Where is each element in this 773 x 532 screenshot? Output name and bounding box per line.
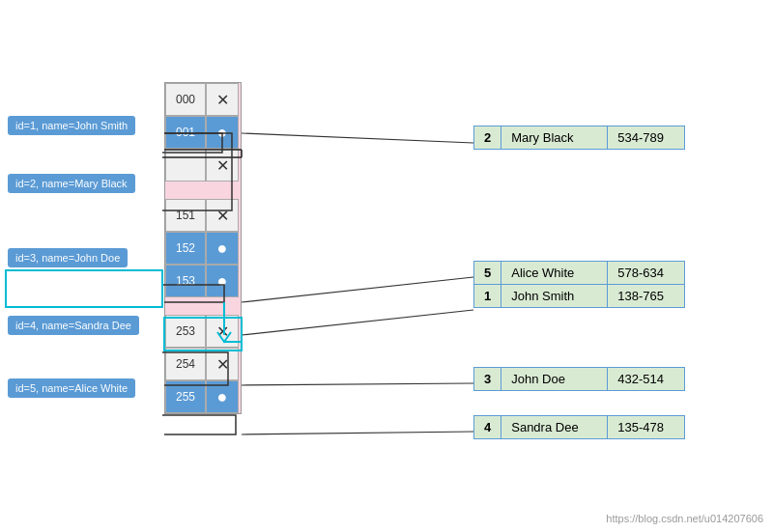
bucket-index-253: 253 — [165, 315, 206, 348]
result-phone-john-doe: 432-514 — [608, 368, 685, 391]
bucket-indicator-255: ● — [206, 380, 239, 413]
result-table-2: 5 Alice White 578-634 1 John Smith 138-7… — [473, 261, 685, 308]
result-row-alice: 5 Alice White 578-634 — [474, 262, 685, 285]
result-id-4: 4 — [474, 416, 501, 439]
svg-rect-10 — [6, 270, 162, 307]
result-id-5: 5 — [474, 262, 501, 285]
bucket-group-1: 000 ✕ 001 ● ✕ — [165, 83, 241, 182]
result-phone-john-smith: 138-765 — [608, 285, 685, 308]
label-alice-white: id=5, name=Alice White — [8, 378, 135, 398]
svg-line-5 — [242, 133, 473, 143]
bucket-indicator-253: ✕ — [206, 315, 239, 348]
bucket-row-253: 253 ✕ — [165, 315, 241, 348]
bucket-index-153: 153 — [165, 265, 206, 297]
result-table-4: 4 Sandra Dee 135-478 — [473, 415, 685, 439]
svg-line-8 — [242, 383, 473, 385]
bucket-index-254: 254 — [165, 348, 206, 380]
label-john-doe: id=3, name=John Doe — [8, 248, 128, 267]
result-table-3: 3 John Doe 432-514 — [473, 367, 685, 391]
watermark: https://blog.csdn.net/u014207606 — [606, 513, 763, 524]
result-row-john-doe: 3 John Doe 432-514 — [474, 368, 685, 391]
bucket-group-3: 253 ✕ 254 ✕ 255 ● — [165, 315, 241, 413]
bucket-index-151: 151 — [165, 199, 206, 232]
hash-table: 000 ✕ 001 ● ✕ 151 ✕ 152 ● 1 — [164, 82, 242, 414]
result-id-2: 2 — [474, 126, 501, 150]
bucket-indicator-001: ● — [206, 116, 239, 149]
bucket-indicator-254: ✕ — [206, 348, 239, 380]
bucket-row-001: 001 ● — [165, 116, 241, 149]
bucket-indicator-002: ✕ — [206, 149, 239, 182]
label-john-smith: id=1, name=John Smith — [8, 116, 135, 135]
label-sandra-dee: id=4, name=Sandra Dee — [8, 316, 139, 335]
result-name-mary: Mary Black — [501, 126, 608, 150]
bucket-row-153: 153 ● — [165, 265, 241, 297]
svg-line-6 — [242, 277, 473, 302]
bucket-indicator-152: ● — [206, 232, 239, 265]
result-row-john-smith: 1 John Smith 138-765 — [474, 285, 685, 308]
bucket-index-001: 001 — [165, 116, 206, 149]
result-id-1: 1 — [474, 285, 501, 308]
svg-line-7 — [242, 310, 473, 335]
result-name-sandra: Sandra Dee — [501, 416, 608, 439]
bucket-row-002: ✕ — [165, 149, 241, 182]
spacer-1 — [165, 182, 241, 199]
result-name-john-doe: John Doe — [501, 368, 608, 391]
result-id-3: 3 — [474, 368, 501, 391]
bucket-indicator-151: ✕ — [206, 199, 239, 232]
bucket-row-254: 254 ✕ — [165, 348, 241, 380]
result-name-john-smith: John Smith — [501, 285, 608, 308]
bucket-indicator-000: ✕ — [206, 83, 239, 116]
result-phone-alice: 578-634 — [608, 262, 685, 285]
bucket-row-255: 255 ● — [165, 380, 241, 413]
result-name-alice: Alice White — [501, 262, 608, 285]
result-row-sandra: 4 Sandra Dee 135-478 — [474, 416, 685, 439]
result-row-mary: 2 Mary Black 534-789 — [474, 126, 685, 150]
result-phone-mary: 534-789 — [608, 126, 685, 150]
bucket-row-152: 152 ● — [165, 232, 241, 265]
label-mary-black: id=2, name=Mary Black — [8, 174, 135, 193]
bucket-row-000: 000 ✕ — [165, 83, 241, 116]
bucket-index-empty — [165, 149, 206, 182]
bucket-index-152: 152 — [165, 232, 206, 265]
bucket-indicator-153: ● — [206, 265, 239, 297]
svg-line-9 — [242, 432, 473, 434]
bucket-row-151: 151 ✕ — [165, 199, 241, 232]
result-phone-sandra: 135-478 — [608, 416, 685, 439]
bucket-index-000: 000 — [165, 83, 206, 116]
bucket-index-255: 255 — [165, 380, 206, 413]
spacer-2 — [165, 297, 241, 315]
bucket-group-2: 151 ✕ 152 ● 153 ● — [165, 199, 241, 297]
result-table-1: 2 Mary Black 534-789 — [473, 126, 685, 150]
